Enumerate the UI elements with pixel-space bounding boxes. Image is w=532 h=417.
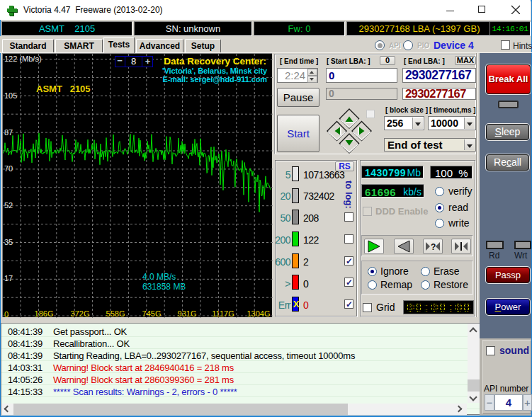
svg-text:?: ? bbox=[431, 242, 436, 252]
